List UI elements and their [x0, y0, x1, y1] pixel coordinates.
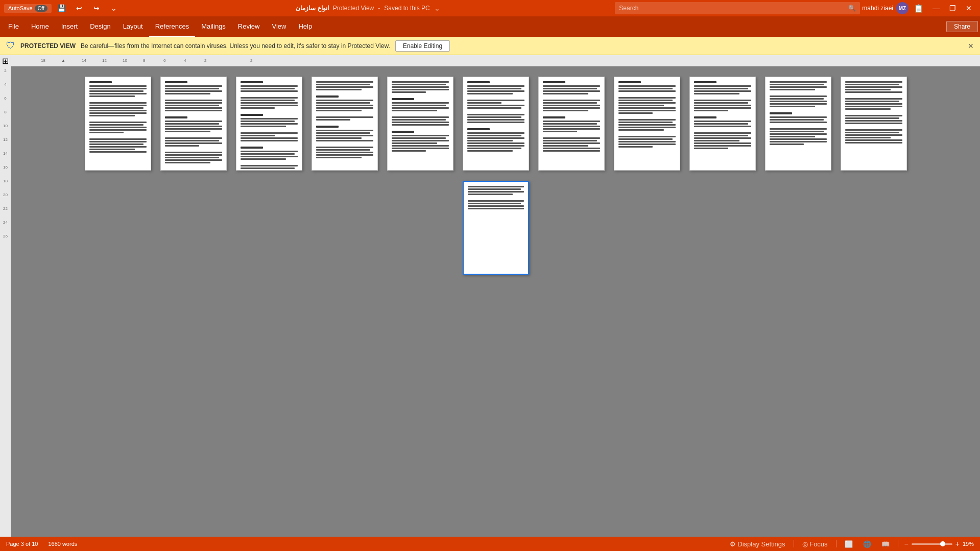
search-input[interactable] [615, 2, 860, 14]
doc-page-2[interactable] [160, 77, 227, 171]
protected-message: Be careful—files from the Internet can c… [81, 42, 390, 50]
focus-button[interactable]: ◎ Focus [800, 539, 830, 549]
tab-design[interactable]: Design [84, 16, 116, 37]
word-count: 1680 words [48, 541, 77, 547]
pages-row-1 [27, 77, 965, 171]
ruler-mark-10: 10 [123, 58, 127, 63]
undo-button[interactable]: ↩ [72, 2, 86, 14]
ruler-mark-14: 14 [82, 58, 86, 63]
vruler-18: 18 [3, 179, 8, 183]
web-layout-button[interactable]: 🌐 [861, 539, 873, 549]
ruler-mark-2b: 2 [250, 58, 252, 63]
protected-badge: PROTECTED VIEW [20, 42, 76, 50]
protected-view-bar: 🛡 PROTECTED VIEW Be careful—files from t… [0, 37, 980, 55]
close-button[interactable]: ✕ [962, 2, 976, 14]
redo-button[interactable]: ↪ [89, 2, 104, 14]
page-info: Page 3 of 10 [6, 541, 38, 547]
doc-page-3[interactable] [236, 77, 302, 171]
zoom-percent: 19% [963, 541, 974, 547]
status-bar: Page 3 of 10 1680 words ⚙ Display Settin… [0, 537, 980, 551]
tab-review[interactable]: Review [232, 16, 266, 37]
user-area: mahdi ziaei MZ [862, 2, 909, 14]
divider-3 [898, 540, 898, 547]
document-area[interactable] [11, 66, 980, 537]
save-button[interactable]: 💾 [55, 2, 69, 14]
doc-title: انواع سازمان [296, 5, 328, 12]
titlebar-right: 🔍 mahdi ziaei MZ 📋 — ❐ ✕ [615, 1, 976, 15]
vruler-26: 26 [3, 234, 8, 238]
display-settings-button[interactable]: ⚙ Display Settings [728, 539, 787, 549]
notification-button[interactable]: 📋 [911, 1, 927, 15]
ruler-mark-2a: 2 [204, 58, 206, 63]
avatar[interactable]: MZ [896, 2, 909, 14]
close-protected-bar-button[interactable]: ✕ [968, 42, 974, 50]
tab-layout[interactable]: Layout [117, 16, 149, 37]
restore-button[interactable]: ❐ [945, 2, 960, 14]
vruler-2: 2 [4, 68, 6, 73]
title-bar: AutoSave Off 💾 ↩ ↪ ⌄ انواع سازمان Protec… [0, 0, 980, 16]
vruler-22: 22 [3, 206, 8, 211]
zoom-plus-button[interactable]: + [955, 540, 960, 548]
main-area: 2 4 6 8 10 12 14 16 18 20 22 24 26 [0, 66, 980, 537]
doc-page-10[interactable] [765, 77, 831, 171]
tab-mailings[interactable]: Mailings [195, 16, 232, 37]
doc-page-11[interactable] [841, 77, 907, 171]
horizontal-ruler: ⊞ 18 ▲ 14 12 10 8 6 4 2 2 [0, 55, 980, 66]
vruler-12: 12 [3, 137, 8, 142]
tab-file[interactable]: File [2, 16, 25, 37]
search-icon: 🔍 [848, 5, 856, 12]
doc-page-8[interactable] [614, 77, 680, 171]
tab-home[interactable]: Home [25, 16, 55, 37]
divider-2 [836, 540, 836, 547]
ruler-mark-8: 8 [143, 58, 145, 63]
vruler-14: 14 [3, 151, 8, 156]
focus-icon: ◎ [802, 540, 808, 548]
doc-page-12[interactable] [463, 181, 529, 275]
doc-page-7[interactable] [538, 77, 605, 171]
vruler-8: 8 [4, 110, 6, 114]
shield-icon: 🛡 [6, 40, 15, 51]
share-button[interactable]: Share [946, 21, 978, 32]
focus-label: Focus [809, 540, 827, 548]
user-name: mahdi ziaei [862, 5, 893, 12]
vruler-16: 16 [3, 165, 8, 170]
display-settings-icon: ⚙ [730, 540, 736, 548]
autosave-area[interactable]: AutoSave Off [4, 4, 52, 13]
statusbar-right: ⚙ Display Settings ◎ Focus ⬜ 🌐 📖 − + 19% [728, 539, 974, 549]
titlebar-left: AutoSave Off 💾 ↩ ↪ ⌄ [4, 2, 121, 14]
vertical-ruler: 2 4 6 8 10 12 14 16 18 20 22 24 26 [0, 66, 11, 537]
doc-page-4[interactable] [312, 77, 378, 171]
pages-row-2 [27, 181, 965, 275]
customize-qat-button[interactable]: ⌄ [107, 2, 121, 14]
doc-page-1[interactable] [85, 77, 151, 171]
vruler-10: 10 [3, 124, 8, 128]
enable-editing-button[interactable]: Enable Editing [395, 40, 450, 52]
vruler-6: 6 [4, 96, 6, 101]
search-wrap: 🔍 [615, 2, 860, 14]
tab-help[interactable]: Help [292, 16, 318, 37]
display-settings-label: Display Settings [737, 540, 785, 548]
ruler-mark-18: 18 [41, 58, 45, 63]
tab-view[interactable]: View [266, 16, 292, 37]
zoom-slider[interactable] [912, 543, 952, 545]
ruler-mark-6: 6 [163, 58, 165, 63]
print-layout-button[interactable]: ⬜ [843, 539, 855, 549]
titlebar-center: انواع سازمان Protected View - Saved to t… [121, 4, 615, 12]
divider-1 [794, 540, 794, 547]
zoom-thumb [940, 541, 945, 546]
ruler-corner: ⊞ [0, 55, 11, 66]
tab-insert[interactable]: Insert [55, 16, 84, 37]
tab-references[interactable]: References [149, 16, 195, 37]
autosave-state[interactable]: Off [35, 5, 47, 12]
vruler-20: 20 [3, 193, 8, 197]
autosave-label: AutoSave [8, 5, 33, 11]
doc-page-6[interactable] [463, 77, 529, 171]
minimize-button[interactable]: — [929, 2, 943, 14]
ribbon: File Home Insert Design Layout Reference… [0, 16, 980, 37]
zoom-minus-button[interactable]: − [904, 540, 909, 548]
zoom-area: − + 19% [904, 540, 974, 548]
doc-page-9[interactable] [689, 77, 756, 171]
doc-page-5[interactable] [387, 77, 453, 171]
vruler-4: 4 [4, 82, 6, 87]
read-mode-button[interactable]: 📖 [879, 539, 892, 549]
